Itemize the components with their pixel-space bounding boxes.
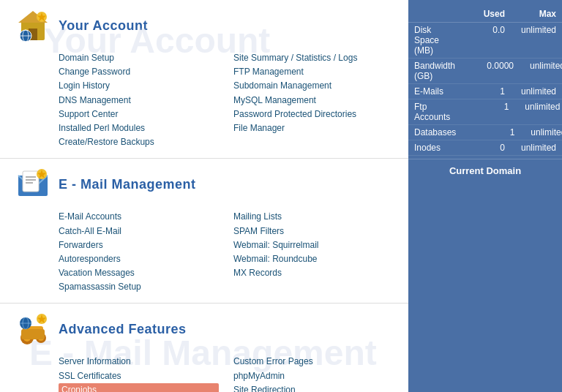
stats-emails-max: unlimited bbox=[505, 86, 556, 97]
mx-records-link[interactable]: MX Records bbox=[233, 266, 394, 280]
advanced-svg-icon bbox=[15, 312, 50, 347]
change-password-link[interactable]: Change Password bbox=[59, 65, 219, 79]
phpmyadmin-link[interactable]: phpMyAdmin bbox=[233, 369, 394, 383]
login-history-link[interactable]: Login History bbox=[59, 79, 219, 93]
stats-inodes-max: unlimited bbox=[505, 143, 556, 153]
support-center-link[interactable]: Support Center bbox=[59, 108, 219, 121]
stats-ftp-max: unlimited bbox=[509, 102, 560, 122]
email-section: E - Mail Management Records bbox=[0, 159, 408, 304]
account-title: Your Account bbox=[59, 18, 148, 34]
email-icon bbox=[15, 166, 51, 203]
stats-row-databases: Databases 1 unlimited bbox=[408, 125, 562, 140]
stats-bandwidth-used: 0.0000 bbox=[455, 61, 514, 81]
stats-ftp-label: Ftp Accounts bbox=[414, 102, 450, 122]
mysql-management-link[interactable]: MySQL Management bbox=[233, 94, 394, 108]
autoresponders-link[interactable]: Autoresponders bbox=[59, 252, 219, 266]
stats-label-header bbox=[414, 9, 446, 19]
account-header: Your Account bbox=[15, 7, 394, 44]
dns-management-link[interactable]: DNS Management bbox=[59, 94, 219, 108]
account-links-col2: Site Summary / Statistics / Logs FTP Man… bbox=[233, 51, 394, 149]
ftp-management-link[interactable]: FTP Management bbox=[233, 65, 394, 79]
stats-bandwidth-label: Bandwidth (GB) bbox=[414, 61, 455, 81]
svg-rect-20 bbox=[21, 329, 45, 339]
stats-inodes-used: 0 bbox=[446, 143, 505, 153]
stats-emails-label: E-Mails bbox=[414, 86, 446, 97]
account-links-col1: Domain Setup Change Password Login Histo… bbox=[59, 51, 219, 149]
webmail-squirrelmail-link[interactable]: Webmail: Squirrelmail bbox=[233, 238, 394, 252]
main-content: Your Account You bbox=[0, 0, 408, 392]
create-restore-backups-link[interactable]: Create/Restore Backups bbox=[59, 135, 219, 149]
stats-bandwidth-max: unlimited bbox=[514, 61, 562, 81]
stats-disk-max: unlimited bbox=[505, 25, 556, 56]
file-manager-link[interactable]: File Manager bbox=[233, 121, 394, 135]
stats-databases-max: unlimited bbox=[514, 127, 562, 137]
advanced-section: Advanced Features bbox=[0, 304, 408, 392]
domain-setup-link[interactable]: Domain Setup bbox=[59, 51, 219, 65]
advanced-links: Server Information SSL Certificates Cron… bbox=[15, 355, 394, 392]
stats-header: Used Max bbox=[408, 6, 562, 23]
email-title: E - Mail Management bbox=[59, 177, 196, 192]
custom-error-pages-link[interactable]: Custom Error Pages bbox=[233, 355, 394, 369]
password-protected-link[interactable]: Password Protected Directories bbox=[233, 108, 394, 121]
advanced-icon bbox=[15, 311, 51, 347]
site-summary-link[interactable]: Site Summary / Statistics / Logs bbox=[233, 51, 394, 65]
stats-row-bandwidth: Bandwidth (GB) 0.0000 unlimited bbox=[408, 59, 562, 84]
account-section: Your Account You bbox=[0, 0, 408, 159]
account-icon bbox=[15, 7, 51, 44]
stats-used-header: Used bbox=[446, 9, 505, 19]
subdomain-management-link[interactable]: Subdomain Management bbox=[233, 79, 394, 93]
spam-filters-link[interactable]: SPAM Filters bbox=[233, 225, 394, 238]
spamassassin-link[interactable]: Spamassassin Setup bbox=[59, 280, 219, 294]
stats-inodes-label: Inodes bbox=[414, 143, 446, 153]
forwarders-link[interactable]: Forwarders bbox=[59, 238, 219, 252]
installed-perl-modules-link[interactable]: Installed Perl Modules bbox=[59, 121, 219, 135]
svg-rect-9 bbox=[23, 171, 39, 192]
email-links-col2: Mailing Lists SPAM Filters Webmail: Squi… bbox=[233, 210, 394, 294]
webmail-roundcube-link[interactable]: Webmail: Roundcube bbox=[233, 252, 394, 266]
advanced-title: Advanced Features bbox=[59, 322, 187, 337]
server-information-link[interactable]: Server Information bbox=[59, 355, 219, 369]
sidebar-stats: Used Max Disk Space (MB) 0.0 unlimited B… bbox=[408, 0, 562, 188]
stats-databases-used: 1 bbox=[456, 127, 514, 137]
email-links: E-Mail Accounts Catch-All E-Mail Forward… bbox=[15, 210, 394, 294]
stats-disk-used: 0.0 bbox=[446, 25, 505, 56]
site-redirection-link[interactable]: Site Redirection bbox=[233, 383, 394, 392]
current-domain-title: Current Domain bbox=[408, 159, 562, 182]
stats-databases-label: Databases bbox=[414, 127, 456, 137]
stats-disk-label: Disk Space (MB) bbox=[414, 25, 446, 56]
stats-row-disk: Disk Space (MB) 0.0 unlimited bbox=[408, 23, 562, 59]
email-accounts-link[interactable]: E-Mail Accounts bbox=[59, 210, 219, 224]
account-links: Domain Setup Change Password Login Histo… bbox=[15, 51, 394, 149]
catch-all-email-link[interactable]: Catch-All E-Mail bbox=[59, 225, 219, 238]
stats-row-ftp: Ftp Accounts 1 unlimited bbox=[408, 99, 562, 125]
stats-emails-used: 1 bbox=[446, 86, 505, 97]
email-header: E - Mail Management bbox=[15, 166, 394, 203]
stats-max-header: Max bbox=[505, 9, 556, 19]
email-svg-icon bbox=[15, 167, 50, 202]
account-svg-icon bbox=[15, 8, 50, 43]
stats-row-emails: E-Mails 1 unlimited bbox=[408, 84, 562, 99]
advanced-header: Advanced Features bbox=[15, 311, 394, 347]
cronjobs-link[interactable]: Cronjobs bbox=[59, 383, 219, 392]
sidebar: Used Max Disk Space (MB) 0.0 unlimited B… bbox=[408, 0, 562, 392]
advanced-links-col2: Custom Error Pages phpMyAdmin Site Redir… bbox=[233, 355, 394, 392]
ssl-certificates-link[interactable]: SSL Certificates bbox=[59, 369, 219, 383]
stats-ftp-used: 1 bbox=[450, 102, 509, 122]
stats-row-inodes: Inodes 0 unlimited bbox=[408, 140, 562, 156]
email-links-col1: E-Mail Accounts Catch-All E-Mail Forward… bbox=[59, 210, 219, 294]
mailing-lists-link[interactable]: Mailing Lists bbox=[233, 210, 394, 224]
vacation-messages-link[interactable]: Vacation Messages bbox=[59, 266, 219, 280]
advanced-links-col1: Server Information SSL Certificates Cron… bbox=[59, 355, 219, 392]
